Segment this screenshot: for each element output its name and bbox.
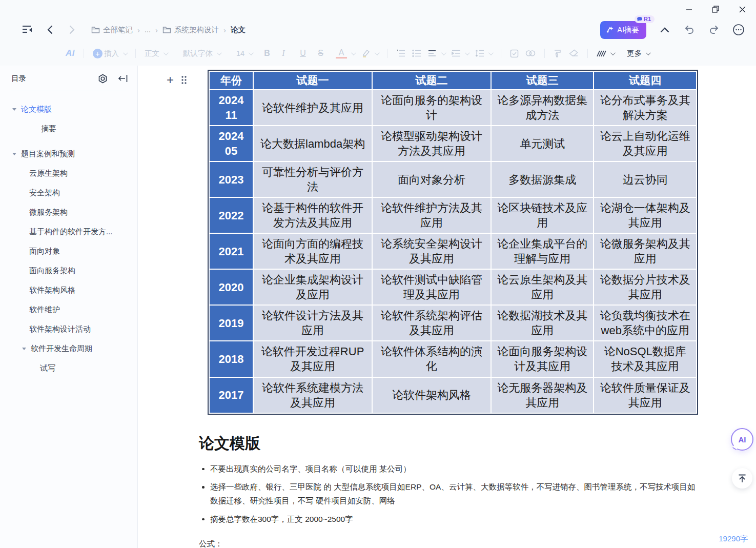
toc-item[interactable]: 软件维护 (11, 300, 137, 319)
topic-cell: 论多源异构数据集成方法 (492, 90, 593, 125)
minimize-button[interactable] (683, 4, 694, 15)
chevron-down-icon (465, 50, 470, 55)
table-row: 2021论面向方面的编程技术及其应用论系统安全架构设计及其应用论企业集成平台的理… (210, 234, 696, 269)
caret-down-icon[interactable] (12, 153, 16, 155)
font-color-button[interactable]: A (336, 48, 355, 58)
block-controls: + (167, 74, 188, 86)
topic-cell: 论湖仓一体架构及其应用 (594, 198, 696, 233)
italic-button[interactable]: I (282, 49, 293, 58)
bullet-list-button[interactable] (412, 49, 421, 57)
back-button[interactable] (43, 23, 56, 36)
topic-cell: 论数据分片技术及其应用 (594, 270, 696, 305)
more-options-icon[interactable] (732, 24, 745, 36)
toc-item[interactable]: 题目案例和预测 (11, 144, 137, 164)
breadcrumb-label: 系统架构设计 (174, 25, 219, 35)
strikethrough-button[interactable]: S (318, 49, 329, 58)
font-size-select[interactable]: 14 (236, 49, 252, 57)
highlight-button[interactable] (361, 49, 378, 58)
forward-button[interactable] (66, 23, 79, 36)
font-family-select[interactable]: 默认字体 (183, 49, 220, 58)
breadcrumb-folder[interactable]: 系统架构设计 (162, 25, 219, 35)
redo-icon[interactable] (708, 24, 720, 36)
underline-button[interactable]: U (300, 49, 311, 58)
breadcrumb-ellipsis[interactable]: ... (145, 26, 151, 34)
topic-cell: 论面向方面的编程技术及其应用 (254, 234, 372, 269)
topic-cell: 论软件维护及其应用 (254, 90, 372, 125)
ai-chat-bubble-button[interactable]: AI (731, 428, 753, 451)
toc-item[interactable]: 基于构件的软件开发方... (11, 222, 137, 241)
clear-format-button[interactable] (569, 49, 579, 57)
restore-button[interactable] (710, 4, 721, 15)
table-row: 2020论企业集成架构设计及应用论软件测试中缺陷管理及其应用论云原生架构及其应用… (210, 270, 696, 305)
chevron-down-icon (375, 50, 380, 55)
toc-item-label: 摘要 (41, 124, 56, 134)
doc-paragraph[interactable]: 公式： (199, 539, 756, 548)
caret-down-icon[interactable] (12, 108, 16, 111)
shading-button[interactable] (597, 50, 614, 57)
topic-cell: 论软件维护方法及其应用 (373, 198, 491, 233)
caret-down-icon[interactable] (22, 348, 26, 350)
toc-settings-icon[interactable] (98, 74, 108, 84)
toc-item[interactable]: 安全架构 (11, 183, 137, 202)
year-cell: 2024 05 (210, 126, 253, 161)
year-cell: 2022 (210, 198, 253, 233)
toc-item[interactable]: 软件架构风格 (11, 280, 137, 300)
navbar: 全部笔记 › ... › 系统架构设计 › 论文 AI摘要 R1 (0, 18, 756, 41)
breadcrumb-current-note[interactable]: 论文 (231, 25, 246, 35)
close-button[interactable] (737, 4, 748, 15)
doc-heading[interactable]: 论文模版 (199, 433, 756, 454)
todo-checkbox-button[interactable] (510, 49, 519, 58)
toc-item[interactable]: 试写 (11, 358, 137, 378)
notes-app-window: 全部笔记 › ... › 系统架构设计 › 论文 AI摘要 R1 (0, 0, 756, 548)
chevron-down-icon (646, 50, 651, 55)
more-tools-button[interactable]: 更多 (627, 49, 649, 58)
format-toolbar: Ai + 插入 正文 默认字体 14 B I U S A (0, 41, 756, 66)
year-cell: 2018 (210, 341, 253, 376)
topic-cell: 论面向服务架构设计及其应用 (492, 341, 593, 376)
toc-item[interactable]: 云原生架构 (11, 164, 137, 183)
bullet-item[interactable]: 不要出现真实的公司名字、项目名称（可以使用 某公司） (199, 462, 699, 476)
line-spacing-button[interactable] (475, 49, 492, 57)
insert-button[interactable]: + 插入 (93, 49, 127, 58)
align-button[interactable] (428, 49, 445, 57)
toc-item[interactable]: 软件架构设计活动 (11, 319, 137, 339)
breadcrumb-separator: › (137, 26, 140, 34)
chevron-down-icon (249, 50, 254, 55)
paragraph-style-select[interactable]: 正文 (145, 49, 167, 58)
add-block-icon[interactable]: + (167, 74, 174, 86)
collapse-sidebar-icon[interactable] (118, 74, 128, 84)
breadcrumb-all-notes[interactable]: 全部笔记 (91, 25, 133, 35)
toc-item[interactable]: 摘要 (11, 119, 137, 138)
bullet-item[interactable]: 选择一些政府、银行、三甲医院 的 大型信息系统项目如ERP、OA、云计算、大数据… (199, 480, 699, 508)
ordered-list-button[interactable] (396, 49, 405, 57)
toc-item[interactable]: 面向对象 (11, 241, 137, 261)
editor-content[interactable]: + 年份试题一试题二试题三试题四 2024 11论软件维护及其应用论面向服务的架… (138, 66, 756, 548)
link-button[interactable] (525, 50, 536, 57)
bold-button[interactable]: B (264, 49, 275, 58)
collapse-toolbar-icon[interactable] (659, 24, 671, 36)
sparkle-icon (606, 26, 614, 34)
sidebar-toggle-icon[interactable] (21, 23, 34, 36)
year-cell: 2023 (210, 162, 253, 197)
toc-item-label: 基于构件的软件开发方... (29, 227, 113, 237)
drag-handle-icon[interactable] (180, 74, 188, 86)
ai-assistant-button[interactable]: Ai (66, 48, 75, 58)
toc-item[interactable]: 微服务架构 (11, 202, 137, 222)
topic-cell: 论面向服务的架构设计 (373, 90, 491, 125)
ai-summary-button[interactable]: AI摘要 R1 (600, 21, 646, 39)
toc-item[interactable]: 软件开发生命周期 (11, 339, 137, 358)
toc-item[interactable]: 面向服务架构 (11, 261, 137, 280)
toc-item[interactable]: 论文模版 (11, 99, 137, 119)
indent-button[interactable] (452, 49, 468, 57)
format-painter-button[interactable] (554, 49, 562, 58)
topic-cell: 论软件测试中缺陷管理及其应用 (373, 270, 491, 305)
topic-cell: 论模型驱动架构设计方法及其应用 (373, 126, 491, 161)
undo-icon[interactable] (683, 24, 696, 36)
exam-table-image[interactable]: 年份试题一试题二试题三试题四 2024 11论软件维护及其应用论面向服务的架构设… (208, 70, 698, 415)
chevron-down-icon (351, 50, 356, 55)
bullet-item[interactable]: 摘要总字数在300字，正文 2000~2500字 (199, 513, 699, 526)
table-row: 2019论软件设计方法及其应用论软件系统架构评估及其应用论数据湖技术及其应用论负… (210, 306, 696, 340)
year-cell: 2024 11 (210, 90, 253, 125)
scroll-to-top-button[interactable] (732, 468, 752, 489)
topic-cell: 论分布式事务及其解决方案 (594, 90, 696, 125)
